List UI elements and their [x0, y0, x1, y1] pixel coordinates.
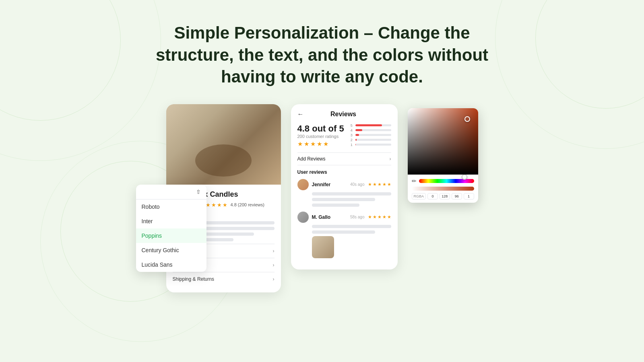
- rgba-label: RGBA: [412, 193, 426, 200]
- rgba-r-input[interactable]: 0: [427, 193, 438, 200]
- star-3: ★: [211, 202, 216, 208]
- content-area: ⇧ Roboto Inter Poppins Century Gothic Lu…: [0, 100, 644, 296]
- chevron-right-icon: ›: [273, 248, 275, 254]
- chevron-right-icon: ›: [273, 262, 275, 268]
- bar-fill: [355, 129, 363, 131]
- bar-row-2: 2: [351, 138, 391, 142]
- reviewer-name: Jennifer: [312, 182, 347, 187]
- add-review-row[interactable]: Add Reviews ›: [297, 152, 391, 165]
- color-picker-thumb[interactable]: [464, 116, 470, 122]
- reviews-title: Reviews: [330, 111, 356, 118]
- review-star: ★: [368, 182, 372, 187]
- bar-track: [355, 144, 391, 146]
- chevron-up-icon: ⇧: [196, 189, 201, 195]
- reviewer-name: M. Gallo: [312, 214, 347, 220]
- big-star-4: ★: [317, 140, 322, 148]
- bar-label: 2: [351, 138, 354, 142]
- rating-text: 4.8 (200 reviews): [231, 202, 264, 207]
- review-product-thumbnail: [312, 236, 334, 258]
- heading-section: Simple Personalization – Change the stru…: [0, 0, 644, 100]
- rating-overview: 4.8 out of 5 200 customer ratings ★ ★ ★ …: [297, 123, 391, 148]
- accordion-label: Shipping & Returns: [173, 276, 214, 282]
- bar-fill: [355, 144, 356, 146]
- review-stars: ★ ★ ★ ★ ★: [368, 214, 391, 220]
- review-star: ★: [373, 182, 377, 187]
- review-body: [297, 192, 391, 207]
- reviews-header: ← Reviews: [297, 111, 391, 118]
- back-arrow-icon[interactable]: ←: [297, 111, 304, 118]
- reviewer-avatar-mgallo: [297, 212, 309, 223]
- bar-fill: [355, 124, 382, 126]
- review-header: Jennifer 40s ago ★ ★ ★ ★ ★: [297, 179, 391, 190]
- chevron-right-icon: ›: [390, 156, 391, 162]
- review-star: ★: [382, 182, 386, 187]
- product-card-wrapper: ⇧ Roboto Inter Poppins Century Gothic Lu…: [166, 104, 281, 292]
- review-item-jennifer: Jennifer 40s ago ★ ★ ★ ★ ★: [297, 179, 391, 207]
- review-star: ★: [373, 214, 377, 220]
- review-star: ★: [382, 214, 386, 220]
- big-star-3: ★: [310, 140, 316, 148]
- cards-wrapper: ⇧ Roboto Inter Poppins Century Gothic Lu…: [166, 104, 478, 292]
- color-canvas[interactable]: [408, 108, 478, 175]
- bar-row-1: 1: [351, 143, 391, 147]
- review-star: ★: [368, 214, 372, 220]
- rgba-g-input[interactable]: 128: [440, 193, 450, 200]
- bar-row-3: 3: [351, 133, 391, 137]
- add-review-text: Add Reviews: [297, 156, 326, 162]
- font-option-roboto[interactable]: Roboto: [136, 200, 206, 214]
- user-reviews-title: User reviews: [297, 169, 391, 175]
- review-header: M. Gallo 58s ago ★ ★ ★ ★ ★: [297, 212, 391, 223]
- bar-track: [355, 129, 391, 131]
- hue-thumb[interactable]: [462, 174, 467, 180]
- bar-row-4: 4: [351, 128, 391, 132]
- review-time: 40s ago: [350, 182, 365, 187]
- page-heading: Simple Personalization – Change the stru…: [141, 22, 503, 88]
- bar-fill: [355, 134, 359, 136]
- review-star: ★: [387, 214, 391, 220]
- rgba-b-input[interactable]: 96: [452, 193, 462, 200]
- big-star-5: ★: [323, 140, 328, 148]
- hue-slider[interactable]: [419, 179, 474, 183]
- big-star-2: ★: [304, 140, 309, 148]
- avatar-image: [297, 179, 309, 190]
- bar-row-5: 5: [351, 123, 391, 128]
- accordion-shipping[interactable]: Shipping & Returns ›: [173, 272, 275, 286]
- chevron-right-icon: ›: [273, 276, 275, 282]
- review-star: ★: [378, 214, 382, 220]
- skeleton-line: [312, 230, 376, 234]
- bar-track: [355, 124, 391, 126]
- avatar-image: [297, 212, 309, 223]
- font-option-lucida-sans[interactable]: Lucida Sans: [136, 257, 206, 272]
- big-star-1: ★: [297, 140, 303, 148]
- review-time: 58s ago: [350, 215, 365, 219]
- rating-count: 200 customer ratings: [297, 134, 344, 139]
- review-stars: ★ ★ ★ ★ ★: [368, 182, 391, 187]
- product-image-placeholder: [166, 104, 281, 185]
- bar-track: [355, 139, 391, 141]
- hue-row: ✏: [412, 178, 474, 184]
- bar-label: 1: [351, 143, 354, 147]
- font-dropdown: ⇧ Roboto Inter Poppins Century Gothic Lu…: [136, 185, 206, 272]
- rgba-a-input[interactable]: 1: [464, 193, 474, 200]
- bar-label: 3: [351, 133, 354, 137]
- pencil-icon: ✏: [412, 178, 417, 184]
- font-option-poppins[interactable]: Poppins: [136, 228, 206, 243]
- star-4: ★: [217, 202, 222, 208]
- opacity-slider[interactable]: [412, 187, 474, 191]
- star-5: ★: [223, 202, 227, 208]
- bar-label: 4: [351, 128, 354, 132]
- review-item-mgallo: M. Gallo 58s ago ★ ★ ★ ★ ★: [297, 212, 391, 258]
- bar-fill: [355, 139, 357, 141]
- font-option-century-gothic[interactable]: Century Gothic: [136, 243, 206, 257]
- product-image: [166, 104, 281, 185]
- review-body: [297, 225, 391, 234]
- bar-track: [355, 134, 391, 136]
- skeleton-line: [312, 225, 391, 228]
- review-star: ★: [378, 182, 382, 187]
- skeleton-line: [312, 198, 376, 201]
- reviews-card: ← Reviews 4.8 out of 5 200 customer rati…: [291, 104, 398, 269]
- color-controls: ✏ RGBA 0 128 96 1: [408, 175, 478, 203]
- rating-stars-big: ★ ★ ★ ★ ★: [297, 140, 344, 148]
- font-option-inter[interactable]: Inter: [136, 214, 206, 228]
- bar-label: 5: [351, 123, 354, 128]
